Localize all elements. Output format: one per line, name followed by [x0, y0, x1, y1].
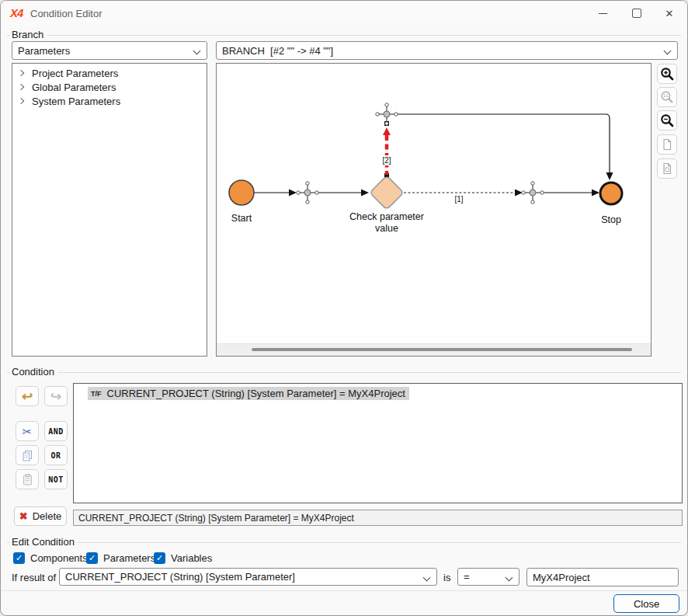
comparison-value-input[interactable] — [526, 568, 679, 586]
checkbox-components-label: Components — [30, 552, 88, 564]
fit-selection-icon — [660, 162, 674, 176]
canvas-hscrollbar — [217, 343, 651, 356]
close-icon: ✕ — [665, 9, 674, 19]
fit-selection-button[interactable] — [657, 158, 677, 179]
undo-icon: ↩ — [22, 390, 33, 403]
not-button[interactable]: NOT — [44, 469, 68, 489]
delete-button[interactable]: ✖ Delete — [14, 506, 67, 526]
titlebar: X4 Condition Editor ✕ — [1, 1, 687, 26]
minimize-button[interactable] — [586, 1, 619, 26]
checkbox-parameters[interactable]: ✓ Parameters — [86, 552, 155, 565]
edge-top-junction-to-stop[interactable] — [396, 114, 613, 180]
checkbox-variables-label: Variables — [171, 552, 212, 564]
window-title: Condition Editor — [30, 8, 103, 19]
branch-group-border — [7, 35, 681, 36]
parameter-category-value: Parameters — [18, 45, 70, 57]
x4-logo: X4 — [10, 6, 23, 19]
chevron-down-icon — [423, 574, 431, 582]
condition-editor-window: X4 Condition Editor ✕ Branch Parameters … — [0, 0, 688, 616]
is-label: is — [443, 572, 450, 583]
and-button[interactable]: AND — [44, 421, 68, 441]
delete-icon: ✖ — [19, 511, 28, 521]
chevron-down-icon — [506, 574, 513, 582]
zoom-in-button[interactable] — [657, 64, 677, 84]
checkbox-components[interactable]: ✓ Components — [13, 552, 88, 565]
cut-icon: ✂ — [23, 426, 33, 437]
start-node[interactable]: Start — [229, 180, 254, 224]
boolean-type-icon: T/F — [91, 390, 102, 398]
tree-item-project-parameters[interactable]: Project Parameters — [12, 66, 207, 80]
copy-icon — [21, 449, 34, 462]
condition-list[interactable]: T/F CURRENT_PROJECT (String) [System Par… — [73, 383, 683, 503]
chevron-down-icon — [193, 47, 201, 55]
close-button[interactable]: Close — [613, 594, 679, 613]
maximize-button[interactable] — [620, 1, 653, 26]
parameter-tree: Project Parameters Global Parameters Sys… — [12, 63, 207, 357]
chevron-right-icon — [18, 84, 24, 90]
decision-node[interactable]: Check parameter value — [349, 176, 424, 234]
junction-node-2[interactable] — [522, 182, 544, 204]
and-button-label: AND — [48, 427, 64, 436]
operand-dropdown[interactable]: CURRENT_PROJECT (String) [System Paramet… — [59, 568, 437, 586]
delete-button-label: Delete — [33, 510, 62, 522]
condition-group-border — [7, 372, 681, 373]
condition-item-text: CURRENT_PROJECT (String) [System Paramet… — [107, 388, 405, 399]
edge-start-to-junction[interactable] — [254, 190, 297, 197]
if-result-of-label: If result of — [12, 572, 56, 583]
condition-list-item[interactable]: T/F CURRENT_PROJECT (String) [System Par… — [88, 387, 409, 400]
branch-dropdown[interactable]: BRANCH [#2 "" -> #4 ""] — [216, 41, 678, 60]
parameter-category-dropdown[interactable]: Parameters — [12, 41, 207, 60]
not-button-label: NOT — [48, 475, 64, 484]
or-button[interactable]: OR — [44, 445, 68, 465]
close-button-label: Close — [634, 598, 659, 610]
condition-preview-text: CURRENT_PROJECT (String) [System Paramet… — [78, 513, 354, 524]
tree-item-global-parameters[interactable]: Global Parameters — [12, 80, 207, 94]
maximize-icon — [632, 9, 641, 18]
stop-node[interactable]: Stop — [600, 183, 622, 225]
edge-decision-to-junction2-dashed[interactable]: [1] — [404, 190, 523, 204]
tree-item-label: Project Parameters — [32, 68, 118, 79]
checkbox-parameters-label: Parameters — [103, 552, 155, 564]
edge-junction2-to-stop[interactable] — [542, 190, 599, 197]
redo-icon: ↪ — [50, 390, 61, 403]
zoom-original-button[interactable]: 1:1 — [657, 87, 677, 107]
cut-button[interactable]: ✂ — [16, 421, 39, 441]
chevron-right-icon — [18, 98, 24, 104]
footer-divider — [1, 590, 687, 591]
chevron-right-icon — [18, 70, 24, 76]
zoom-out-button[interactable] — [657, 110, 677, 131]
zoom-original-icon: 1:1 — [660, 90, 674, 104]
checkbox-checked-icon: ✓ — [154, 552, 165, 564]
edit-condition-group-border — [7, 542, 681, 543]
edge2-label: [2] — [382, 156, 391, 165]
minimize-icon — [599, 13, 607, 14]
branch-dropdown-value: BRANCH [#2 "" -> #4 ""] — [222, 45, 333, 57]
canvas-hscrollbar-thumb[interactable] — [252, 348, 632, 351]
checkbox-variables[interactable]: ✓ Variables — [154, 552, 212, 565]
workflow-canvas[interactable]: [1] [2] — [216, 63, 652, 357]
svg-text:1:1: 1:1 — [663, 94, 669, 98]
undo-button[interactable]: ↩ — [16, 386, 39, 406]
operator-dropdown[interactable]: = — [457, 568, 519, 586]
fit-page-button[interactable] — [657, 134, 677, 155]
redo-button[interactable]: ↪ — [44, 386, 68, 406]
condition-group-label: Condition — [10, 366, 57, 378]
tree-item-label: Global Parameters — [32, 82, 116, 93]
edge-decision-to-top-junction-selected[interactable]: [2] — [379, 121, 394, 178]
edge-junction-to-decision[interactable] — [317, 190, 369, 197]
operator-dropdown-value: = — [464, 571, 470, 583]
condition-preview-bar: CURRENT_PROJECT (String) [System Paramet… — [73, 510, 683, 526]
decision-node-label-line2: value — [375, 223, 398, 234]
paste-button[interactable] — [16, 469, 39, 489]
start-node-label: Start — [231, 213, 252, 224]
junction-node-1[interactable] — [297, 182, 318, 204]
window-close-button[interactable]: ✕ — [653, 1, 686, 26]
zoom-in-icon — [660, 67, 674, 81]
stop-node-label: Stop — [601, 214, 621, 225]
copy-button[interactable] — [16, 445, 39, 465]
branch-group-label: Branch — [10, 29, 47, 40]
junction-node-top[interactable] — [376, 103, 398, 125]
checkbox-checked-icon: ✓ — [13, 552, 25, 564]
chevron-down-icon — [664, 47, 672, 55]
tree-item-system-parameters[interactable]: System Parameters — [12, 94, 207, 108]
